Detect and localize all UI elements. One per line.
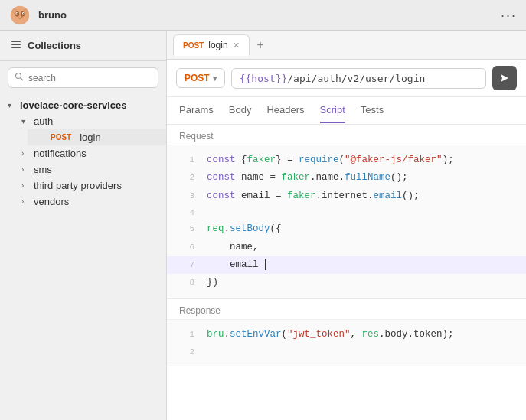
svg-point-8 (24, 8, 27, 13)
app-logo (9, 5, 31, 26)
resp-code-line-2: 2 (167, 344, 526, 360)
chevron-down-icon: ▾ (8, 101, 17, 109)
tree-item-auth[interactable]: ▾ auth (14, 113, 166, 129)
tree-item-third-party[interactable]: › third party providers (14, 177, 166, 194)
folder-third-party-label: third party providers (34, 180, 122, 191)
tab-body[interactable]: Body (229, 98, 252, 123)
selected-method: POST (185, 73, 210, 83)
collection-name: lovelace-core-services (20, 99, 126, 111)
new-tab-button[interactable]: + (253, 35, 269, 55)
tree-item-post-login[interactable]: ▾ POST login (28, 129, 166, 145)
folder-sms-label: sms (34, 164, 52, 175)
tree-nest-lovelace: ▾ auth ▾ POST login › notifications (0, 113, 166, 210)
sidebar-header: Collections (0, 31, 166, 61)
search-icon (15, 72, 24, 83)
tree-container: ▾ lovelace-core-services ▾ auth ▾ POST l… (0, 94, 166, 420)
svg-rect-9 (11, 41, 21, 42)
main-layout: Collections ▾ lovelace-core-services ▾ (0, 31, 526, 420)
sidebar-collections-title: Collections (28, 40, 81, 51)
url-bar: POST ▾ {{host}}/api/auth/v2/user/login (167, 60, 526, 97)
tab-close-button[interactable]: ✕ (233, 41, 240, 50)
tree-item-collection[interactable]: ▾ lovelace-core-services (0, 97, 166, 113)
svg-rect-10 (11, 44, 21, 45)
url-path-part: /api/auth/v2/user/login (287, 73, 425, 84)
code-line-8: 8 }) (167, 274, 526, 291)
folder-vendors-label: vendors (34, 196, 69, 207)
request-code-block: 1 const {faker} = require("@faker-js/fak… (167, 145, 526, 298)
response-code-block: 1 bru.setEnvVar("jwt_token", res.body.to… (167, 319, 526, 366)
svg-rect-11 (11, 47, 21, 48)
collections-icon (11, 39, 21, 52)
code-line-3: 3 const email = faker.internet.email(); (167, 187, 526, 205)
tab-login-label: login (208, 40, 227, 50)
send-button[interactable] (492, 66, 517, 90)
tab-method-badge: POST (183, 41, 204, 50)
script-content: Request 1 const {faker} = require("@fake… (167, 125, 526, 420)
chevron-right-icon: › (21, 165, 31, 174)
app-name: bruno (38, 9, 493, 21)
tab-headers[interactable]: Headers (266, 98, 304, 123)
code-line-1: 1 const {faker} = require("@faker-js/fak… (167, 151, 526, 169)
chevron-right-icon: › (21, 181, 31, 190)
sub-tabs: Params Body Headers Script Tests (167, 97, 526, 125)
response-section-label: Response (167, 299, 526, 319)
code-line-7: 7 email (167, 256, 526, 274)
tab-tests[interactable]: Tests (361, 98, 384, 123)
right-panel: POST login ✕ + POST ▾ {{host}}/api/auth/… (167, 31, 526, 420)
folder-auth-label: auth (34, 116, 53, 127)
chevron-right-icon: › (21, 197, 31, 206)
request-login-label: login (80, 132, 100, 143)
code-line-5: 5 req.setBody({ (167, 220, 526, 238)
tree-item-sms[interactable]: › sms (14, 161, 166, 177)
svg-point-12 (16, 73, 21, 79)
svg-line-13 (21, 78, 23, 80)
folder-notifications-label: notifications (34, 148, 87, 159)
response-section: Response 1 bru.setEnvVar("jwt_token", re… (167, 298, 526, 366)
method-badge-post: POST (47, 132, 74, 142)
tree-item-vendors[interactable]: › vendors (14, 194, 166, 210)
sidebar: Collections ▾ lovelace-core-services ▾ (0, 31, 167, 420)
chevron-right-icon: › (21, 149, 31, 158)
tab-script[interactable]: Script (320, 98, 345, 123)
dropdown-arrow-icon: ▾ (213, 74, 217, 83)
send-icon (499, 73, 510, 83)
tree-nest-auth: ▾ POST login (14, 129, 166, 145)
svg-point-5 (16, 13, 17, 14)
tab-login[interactable]: POST login ✕ (173, 34, 250, 56)
tree-item-notifications[interactable]: › notifications (14, 145, 166, 161)
svg-marker-14 (501, 74, 508, 82)
search-bar[interactable] (8, 67, 158, 88)
url-input[interactable]: {{host}}/api/auth/v2/user/login (231, 68, 486, 89)
method-selector[interactable]: POST ▾ (176, 68, 225, 88)
svg-point-7 (13, 8, 16, 13)
code-line-6: 6 name, (167, 239, 526, 256)
svg-point-0 (11, 5, 30, 24)
code-line-4: 4 (167, 205, 526, 221)
code-line-2: 2 const name = faker.name.fullName(); (167, 169, 526, 187)
app-menu-button[interactable]: ··· (501, 8, 517, 22)
title-bar: bruno ··· (0, 0, 526, 31)
tab-params[interactable]: Params (179, 98, 214, 123)
request-section-label: Request (167, 125, 526, 145)
url-host-part: {{host}} (240, 73, 288, 84)
tab-bar: POST login ✕ + (167, 31, 526, 60)
chevron-down-icon: ▾ (21, 117, 31, 125)
search-input[interactable] (28, 73, 152, 83)
resp-code-line-1: 1 bru.setEnvVar("jwt_token", res.body.to… (167, 326, 526, 343)
